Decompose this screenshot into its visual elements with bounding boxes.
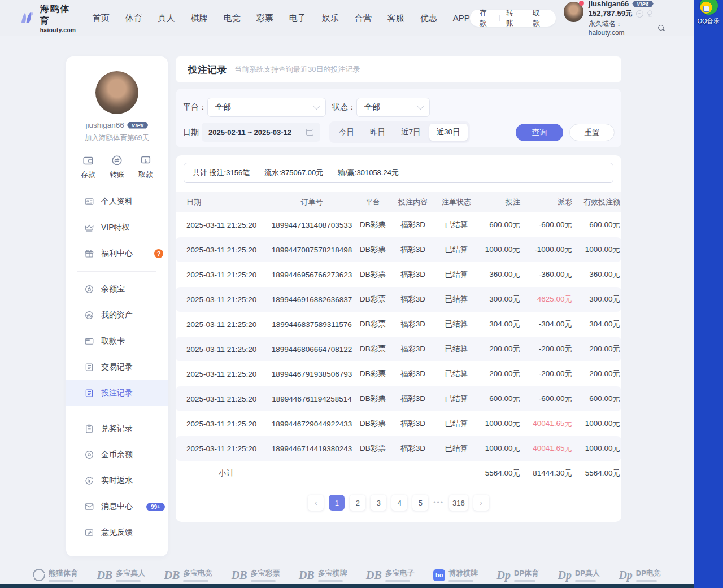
qq-music-label: QQ音乐	[694, 17, 723, 25]
cell-status: 已结算	[434, 220, 478, 230]
cell-date: 2025-03-11 21:25:20	[184, 271, 269, 279]
messages-count-badge: 99+	[146, 503, 165, 511]
quick-actions: 存款 转账 取款	[66, 154, 168, 180]
date-range-input[interactable]: 2025-02-11 ~ 2025-03-12	[202, 123, 320, 142]
cell-order: 1899446729044922433	[269, 420, 354, 428]
nav-item-promo[interactable]: 优惠	[420, 13, 437, 24]
eye-icon[interactable]	[636, 10, 643, 18]
next-page-button[interactable]: ›	[473, 495, 489, 511]
sidebar-item-vip[interactable]: VIP特权	[66, 215, 168, 241]
sidebar-item-label: 取款卡	[101, 336, 125, 346]
records-card: 共计 投注:3156笔 流水:875067.00元 输/赢:301058.24元…	[176, 155, 621, 522]
nav-item-entertainment[interactable]: 娱乐	[322, 13, 339, 24]
range-30d-button[interactable]: 近30日	[429, 124, 468, 141]
sidebar-item-rebate[interactable]: 实时返水	[66, 468, 168, 494]
quick-transfer-button[interactable]: 转账	[110, 154, 124, 180]
range-yesterday-button[interactable]: 昨日	[363, 124, 393, 141]
nav-item-boardgames[interactable]: 棋牌	[191, 13, 208, 24]
sidebar-item-feedback[interactable]: 意见反馈	[66, 520, 168, 546]
page-1-button[interactable]: 1	[329, 495, 345, 511]
platform-label: 平台：	[183, 102, 207, 112]
nav-item-service[interactable]: 客服	[387, 13, 404, 24]
cell-content: 福彩3D	[391, 419, 434, 429]
deposit-button[interactable]: 存款	[473, 8, 499, 28]
cell-order: 1899446714419380243	[269, 445, 354, 453]
chevron-down-icon	[313, 103, 320, 110]
yuan-rebate-icon	[84, 476, 94, 486]
avatar[interactable]	[564, 2, 583, 22]
pagination-ellipsis[interactable]: •••	[433, 499, 444, 507]
id-card-icon	[84, 197, 94, 207]
cell-platform: DB彩票	[354, 344, 391, 354]
refresh-balance-icon[interactable]	[647, 10, 653, 16]
dp-logo-icon: Dp	[497, 569, 511, 582]
nav-item-sports[interactable]: 体育	[125, 13, 142, 24]
page-5-button[interactable]: 5	[412, 495, 428, 511]
cell-date: 2025-03-11 21:25:20	[184, 395, 269, 403]
reset-button[interactable]: 重置	[569, 124, 615, 141]
query-button[interactable]: 查询	[516, 124, 563, 141]
assets-icon	[84, 310, 94, 320]
sidebar: jiushigan66 VIP8 加入海鸥体育第69天 存款 转账	[66, 56, 168, 556]
cell-valid: 360.00元	[572, 269, 620, 280]
cell-bet: 200.00元	[478, 369, 520, 379]
page-316-button[interactable]: 316	[449, 495, 468, 511]
sidebar-item-withdraw-card[interactable]: 取款卡	[66, 328, 168, 354]
status-select[interactable]: 全部	[356, 98, 430, 117]
cell-date: 2025-03-11 21:25:20	[184, 246, 269, 254]
nav-item-app[interactable]: APP	[453, 13, 470, 24]
sidebar-item-profile[interactable]: 个人资料	[66, 189, 168, 215]
range-7d-button[interactable]: 近7日	[394, 124, 428, 141]
cell-platform: DB彩票	[354, 269, 391, 280]
sidebar-item-coins[interactable]: 金币余额	[66, 442, 168, 468]
sidebar-item-bet-records[interactable]: 投注记录	[66, 380, 168, 406]
sidebar-item-messages[interactable]: 消息中心 99+	[66, 494, 168, 520]
cell-status: 已结算	[434, 394, 478, 404]
cell-content: 福彩3D	[391, 294, 434, 304]
table-row: 2025-03-11 21:25:20 1899446761194258514 …	[176, 386, 621, 411]
coin-icon	[84, 450, 94, 460]
cell-valid: 1000.00元	[572, 245, 620, 255]
partner-name: 多宝彩票	[251, 568, 280, 578]
prev-page-button[interactable]: ‹	[308, 495, 324, 511]
sidebar-item-transactions[interactable]: 交易记录	[66, 354, 168, 380]
qq-music-icon[interactable]	[700, 0, 718, 15]
nav-item-live[interactable]: 真人	[158, 13, 175, 24]
quick-withdraw-button[interactable]: 取款	[138, 154, 153, 180]
profile-avatar[interactable]	[95, 71, 138, 114]
withdraw-button[interactable]: 取款	[526, 8, 552, 28]
sidebar-item-yuebao[interactable]: 余额宝	[66, 276, 168, 302]
range-today-button[interactable]: 今日	[332, 124, 362, 141]
brand-name: 海鸥体育	[40, 3, 79, 27]
nav-item-affiliate[interactable]: 合营	[355, 13, 372, 24]
sidebar-item-redeem[interactable]: 兑奖记录	[66, 416, 168, 442]
page-subtitle: 当前系统支持查询最近30日的投注记录	[234, 64, 360, 75]
sidebar-item-assets[interactable]: 我的资产	[66, 302, 168, 328]
platform-select[interactable]: 全部	[207, 98, 326, 117]
cell-content: 福彩3D	[391, 394, 434, 404]
nav-item-home[interactable]: 首页	[93, 13, 110, 24]
wallet-pill: 存款 转账 取款	[470, 10, 556, 27]
profile-username: jiushigan66	[86, 121, 124, 129]
search-icon[interactable]	[658, 25, 665, 32]
quick-deposit-button[interactable]: 存款	[81, 154, 95, 180]
page-4-button[interactable]: 4	[391, 495, 407, 511]
transfer-button[interactable]: 转账	[500, 8, 526, 28]
calendar-icon	[306, 129, 313, 136]
page-3-button[interactable]: 3	[371, 495, 386, 511]
brand-logo[interactable]: 海鸥体育 haiouty.com	[19, 3, 79, 33]
sidebar-item-welfare[interactable]: 福利中心 ?	[66, 241, 168, 267]
cell-valid: 304.00元	[572, 319, 620, 329]
cell-bet: 600.00元	[478, 394, 520, 404]
nav-item-lottery[interactable]: 彩票	[256, 13, 273, 24]
db-logo-icon: DB	[299, 569, 315, 582]
nav-item-esports[interactable]: 电竞	[224, 13, 241, 24]
username[interactable]: jiushigan66	[589, 0, 629, 8]
nav-item-slots[interactable]: 电子	[289, 13, 306, 24]
partner-logo: Dp DP体育	[497, 568, 539, 582]
partner-logo: Dp DP电竞	[619, 568, 661, 582]
chevron-down-icon	[417, 103, 424, 110]
page-2-button[interactable]: 2	[350, 495, 365, 511]
partner-name: DP电竞	[636, 568, 661, 578]
table-row: 2025-03-11 21:25:20 1899447087578218498 …	[176, 237, 621, 262]
